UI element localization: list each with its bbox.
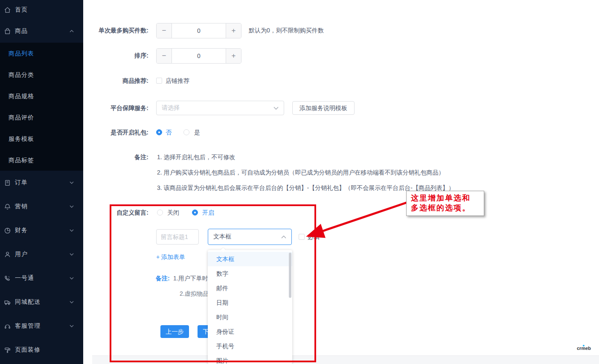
sort-stepper: − 0 +	[156, 48, 241, 64]
custom-message-on-radio-label[interactable]: 开启	[202, 209, 214, 217]
sidebar-item-label: 用户	[15, 250, 28, 258]
sidebar-item-product-review[interactable]: 商品评价	[0, 107, 83, 128]
bell-icon	[4, 203, 11, 210]
sidebar-item-label: 首页	[15, 6, 28, 14]
custom-message-off-radio[interactable]	[157, 210, 163, 215]
field-type-value: 文本框	[213, 233, 231, 241]
chevron-up-icon	[70, 30, 74, 32]
max-buy-stepper: − 0 +	[156, 23, 241, 38]
required-checkbox-label[interactable]: 必填	[308, 233, 320, 241]
platform-service-placeholder: 请选择	[162, 104, 180, 112]
gift-yes-radio-label[interactable]: 是	[194, 129, 200, 137]
sidebar-item-service-template[interactable]: 服务模板	[0, 128, 83, 149]
sub-notes-label: 备注:	[156, 275, 170, 282]
custom-message-label: 自定义留言:	[92, 209, 148, 217]
gift-label: 是否开启礼包:	[92, 129, 148, 137]
dropdown-option-time[interactable]: 时间	[208, 310, 292, 324]
headset-icon	[4, 323, 11, 330]
app-window: 首页 商品 商品列表 商品分类 商品规格 商品评价 服务模板 商品标签 订单	[0, 0, 599, 364]
plus-icon[interactable]: +	[226, 23, 241, 38]
notes-label: 备注:	[92, 154, 148, 161]
dropdown-option-phone[interactable]: 手机号	[208, 339, 292, 353]
sidebar-item-finance[interactable]: 财务	[0, 218, 83, 242]
sidebar: 首页 商品 商品列表 商品分类 商品规格 商品评价 服务模板 商品标签 订单	[0, 0, 83, 364]
dropdown-option-date[interactable]: 日期	[208, 295, 292, 310]
chevron-down-icon	[70, 229, 74, 232]
annotation-box: 这里增加单选和 多选框的选项。	[406, 191, 484, 216]
field-type-dropdown: 文本框 数字 邮件 日期 时间 身份证 手机号 图片	[208, 250, 292, 364]
sidebar-item-users[interactable]: 用户	[0, 242, 83, 266]
sidebar-item-label: 订单	[15, 179, 28, 186]
minus-icon[interactable]: −	[157, 23, 172, 38]
chevron-down-icon	[70, 301, 74, 303]
annotation-text-line-2: 多选框的选项。	[411, 203, 480, 213]
sidebar-item-orders[interactable]: 订单	[0, 171, 83, 195]
gift-yes-radio[interactable]	[183, 129, 189, 135]
sidebar-item-label: 财务	[15, 227, 28, 234]
max-buy-label: 单次最多购买件数:	[92, 27, 148, 35]
sidebar-item-label: 一号通	[15, 274, 34, 282]
sidebar-item-page-decoration[interactable]: 页面装修	[0, 338, 83, 362]
annotation-text-line-1: 这里增加单选和	[411, 193, 480, 203]
message-title-input[interactable]	[156, 229, 199, 245]
sort-value[interactable]: 0	[172, 49, 226, 63]
chevron-down-icon	[70, 205, 74, 208]
sidebar-item-home[interactable]: 首页	[0, 0, 83, 20]
chevron-down-icon	[70, 325, 74, 327]
store-recommend-checkbox[interactable]	[156, 78, 162, 84]
platform-service-select[interactable]: 请选择	[156, 101, 284, 115]
max-buy-value[interactable]: 0	[172, 23, 226, 38]
order-document-icon	[4, 179, 11, 186]
sidebar-item-city-delivery[interactable]: 同城配送	[0, 290, 83, 314]
gift-no-radio[interactable]	[156, 129, 162, 135]
sidebar-item-label: 客服管理	[15, 322, 41, 330]
chevron-down-icon	[70, 253, 74, 256]
sidebar-item-product-category[interactable]: 商品分类	[0, 64, 83, 85]
dropdown-option-text[interactable]: 文本框	[208, 252, 292, 266]
chevron-down-icon	[273, 107, 279, 110]
sidebar-item-customer-service[interactable]: 客服管理	[0, 314, 83, 338]
dropdown-option-idcard[interactable]: 身份证	[208, 324, 292, 339]
prev-step-button[interactable]: 上一步	[160, 325, 189, 338]
sidebar-item-yihaotong[interactable]: 一号通	[0, 266, 83, 290]
sort-label: 排序:	[92, 52, 148, 60]
footer-strip	[92, 355, 599, 364]
sidebar-item-product-spec[interactable]: 商品规格	[0, 85, 83, 107]
gift-no-radio-label[interactable]: 否	[166, 129, 172, 137]
sidebar-item-marketing[interactable]: 营销	[0, 195, 83, 218]
phone-icon	[4, 275, 11, 282]
add-form-link[interactable]: + 添加表单	[156, 253, 185, 261]
minus-icon[interactable]: −	[157, 49, 172, 63]
chevron-down-icon	[70, 181, 74, 184]
paint-roller-icon	[4, 347, 11, 354]
dropdown-option-image[interactable]: 图片	[208, 353, 292, 364]
note-line-2: 2. 用户购买该分销礼包商品后，可自动成为分销员（即已成为分销员的用户在移动端看…	[157, 169, 445, 177]
product-submenu: 商品列表 商品分类 商品规格 商品评价 服务模板 商品标签	[0, 43, 83, 171]
sidebar-item-label: 同城配送	[15, 298, 41, 306]
dropdown-option-email[interactable]: 邮件	[208, 281, 292, 295]
required-checkbox[interactable]	[299, 234, 305, 240]
note-line-1: 1. 选择开启礼包后，不可修改	[157, 154, 236, 161]
crmeb-logo: crmeb	[577, 346, 591, 351]
chevron-up-icon	[281, 236, 286, 239]
product-form: 单次最多购买件数: − 0 + 默认为0，则不限制购买件数 排序: − 0 + …	[92, 0, 599, 364]
sidebar-item-product-list[interactable]: 商品列表	[0, 43, 83, 64]
crmeb-logo-dot	[583, 345, 584, 347]
field-type-select[interactable]: 文本框	[208, 229, 292, 245]
user-icon	[4, 251, 11, 258]
sidebar-item-product[interactable]: 商品	[0, 20, 83, 43]
sidebar-item-label: 营销	[15, 203, 28, 210]
custom-message-off-radio-label[interactable]: 关闭	[167, 209, 179, 217]
dropdown-option-number[interactable]: 数字	[208, 266, 292, 281]
dropdown-scrollbar[interactable]	[289, 253, 291, 298]
custom-message-on-radio[interactable]	[192, 210, 198, 215]
plus-icon[interactable]: +	[226, 49, 241, 63]
store-recommend-checkbox-label[interactable]: 店铺推荐	[166, 77, 189, 85]
truck-icon	[4, 299, 11, 306]
pie-chart-icon	[4, 227, 11, 234]
sidebar-item-product-tag[interactable]: 商品标签	[0, 149, 83, 171]
chevron-down-icon	[70, 277, 74, 280]
add-service-template-button[interactable]: 添加服务说明模板	[292, 101, 355, 115]
platform-service-label: 平台保障服务:	[92, 105, 148, 112]
sidebar-item-label: 页面装修	[15, 346, 41, 354]
